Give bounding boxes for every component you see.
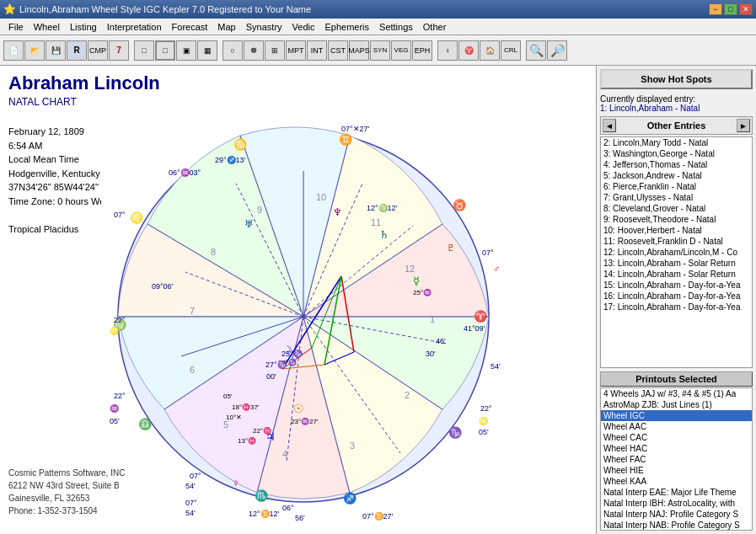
minimize-button[interactable]: −	[709, 3, 722, 15]
entry-item[interactable]: 16: Lincoln,Abraham - Day-for-a-Yea	[601, 291, 752, 302]
svg-text:09°06': 09°06'	[152, 282, 174, 291]
tb-int[interactable]: INT	[307, 40, 327, 61]
window-title: Lincoln,Abraham Wheel Style IGC Kepler 7…	[19, 4, 311, 14]
toolbar: 📄 📂 💾 R CMP 7 □ □ ▣ ▦ ○ ☸ ⊞ MPT INT CST …	[0, 35, 756, 66]
menu-interpretation[interactable]: Interpretation	[102, 20, 167, 34]
tb-planet[interactable]: ♀	[437, 40, 458, 61]
menu-settings[interactable]: Settings	[374, 20, 418, 34]
current-entry-label: Currently displayed entry: 1: Lincoln,Ab…	[600, 94, 753, 113]
tb-house[interactable]: 🏠	[480, 40, 500, 61]
tb-square2[interactable]: □	[155, 40, 175, 61]
svg-text:56': 56'	[295, 514, 305, 521]
menu-wheel[interactable]: Wheel	[29, 20, 65, 34]
tb-square3[interactable]: ▣	[176, 40, 196, 61]
tb-aspect[interactable]: MPT	[286, 40, 306, 61]
tb-zoom-out[interactable]: 🔎	[547, 40, 567, 61]
printouts-list[interactable]: 4 Wheels JAJ w/ #3, #4 & #5 (1) AaAstroM…	[600, 387, 753, 531]
menu-file[interactable]: File	[3, 20, 29, 34]
printout-item[interactable]: Natal Interp NAB: Profile Category S	[601, 520, 752, 531]
chart-wheel: ♈ ♉ ♊ ♋ ♌ ♍ ♎ ♏ ♐ ♑ 12°♍12' 07° 54' 22°	[101, 108, 506, 521]
printout-item[interactable]: Wheel AAC	[601, 421, 752, 432]
tb-square1[interactable]: □	[134, 40, 154, 61]
tb-open[interactable]: 📂	[24, 40, 45, 61]
tb-cast[interactable]: CST	[328, 40, 348, 61]
entry-item[interactable]: 13: Lincoln,Abraham - Solar Return	[601, 258, 752, 269]
svg-text:12°♍12': 12°♍12'	[367, 203, 398, 213]
entry-item[interactable]: 12: Lincoln,Abraham/Lincoln,M - Co	[601, 247, 752, 258]
svg-text:♏: ♏	[255, 489, 269, 503]
tb-eph[interactable]: EPH	[412, 40, 432, 61]
entry-item[interactable]: 7: Grant,Ulysses - Natal	[601, 192, 752, 203]
entries-next-button[interactable]: ►	[737, 119, 750, 132]
entry-item[interactable]: 9: Roosevelt,Theodore - Natal	[601, 214, 752, 225]
entry-item[interactable]: 3: Washington,George - Natal	[601, 148, 752, 159]
other-entries-title: Other Entries	[616, 120, 737, 131]
tb-save[interactable]: 💾	[46, 40, 66, 61]
tb-comp[interactable]: CMP	[88, 40, 108, 61]
menu-forecast[interactable]: Forecast	[167, 20, 213, 34]
entries-list[interactable]: 2: Lincoln,Mary Todd - Natal3: Washingto…	[600, 136, 753, 368]
printout-item[interactable]: Wheel FAC	[601, 454, 752, 465]
entries-prev-button[interactable]: ◄	[603, 119, 616, 132]
tb-circle[interactable]: ○	[223, 40, 243, 61]
printout-item[interactable]: Wheel CAC	[601, 432, 752, 443]
printout-item[interactable]: Wheel IGC	[601, 410, 752, 421]
menu-vedic[interactable]: Vedic	[287, 20, 320, 34]
entry-item[interactable]: 2: Lincoln,Mary Todd - Natal	[601, 137, 752, 148]
menu-synastry[interactable]: Synastry	[241, 20, 287, 34]
tb-maps[interactable]: MAPS	[349, 40, 369, 61]
printout-item[interactable]: Wheel HAC	[601, 443, 752, 454]
close-button[interactable]: ✕	[739, 3, 753, 15]
svg-text:06°: 06°	[282, 504, 294, 512]
show-hotspots-button[interactable]: Show Hot Spots	[600, 69, 753, 89]
printout-item[interactable]: Natal Interp EAE: Major Life Theme	[601, 487, 752, 498]
tb-sign[interactable]: ♈	[458, 40, 479, 61]
tb-7[interactable]: 7	[109, 40, 129, 61]
entry-item[interactable]: 6: Pierce,Franklin - Natal	[601, 181, 752, 192]
svg-text:22°: 22°	[480, 404, 492, 413]
tb-asc[interactable]: CRL	[501, 40, 521, 61]
svg-text:♌: ♌	[110, 326, 120, 336]
entry-item[interactable]: 10: Hoover,Herbert - Natal	[601, 225, 752, 236]
printout-item[interactable]: Wheel KAA	[601, 476, 752, 487]
tb-square4[interactable]: ▦	[197, 40, 217, 61]
svg-text:☿: ☿	[413, 275, 420, 287]
printout-item[interactable]: Natal Interp IBH: AstroLocality, with	[601, 498, 752, 509]
printout-item[interactable]: 4 Wheels JAJ w/ #3, #4 & #5 (1) Aa	[601, 388, 752, 399]
tb-new[interactable]: 📄	[3, 40, 24, 61]
maximize-button[interactable]: □	[724, 3, 737, 15]
svg-text:05': 05'	[223, 392, 233, 400]
entry-item[interactable]: 5: Jackson,Andrew - Natal	[601, 170, 752, 181]
entry-item[interactable]: 14: Lincoln,Abraham - Solar Return	[601, 269, 752, 280]
svg-text:54': 54'	[185, 482, 196, 490]
entry-item[interactable]: 8: Cleveland,Grover - Natal	[601, 203, 752, 214]
printout-item[interactable]: Natal Interp NAJ: Profile Category S	[601, 509, 752, 520]
tb-solar[interactable]: SYN	[370, 40, 390, 61]
entry-item[interactable]: 17: Lincoln,Abraham - Day-for-a-Yea	[601, 302, 752, 312]
tb-star[interactable]: ☸	[244, 40, 264, 61]
svg-text:♌: ♌	[479, 416, 489, 426]
tb-veg[interactable]: VEG	[391, 40, 411, 61]
svg-text:30': 30'	[426, 350, 436, 358]
printout-item[interactable]: Wheel HIE	[601, 465, 752, 476]
svg-text:11: 11	[371, 217, 381, 227]
menu-ephemeris[interactable]: Ephemeris	[319, 20, 374, 34]
menu-other[interactable]: Other	[418, 20, 452, 34]
entry-item[interactable]: 4: Jefferson,Thomas - Natal	[601, 159, 752, 170]
menu-listing[interactable]: Listing	[65, 20, 102, 34]
tb-print[interactable]: R	[67, 40, 87, 61]
entry-item[interactable]: 11: Roosevelt,Franklin D - Natal	[601, 236, 752, 247]
entry-item[interactable]: 15: Lincoln,Abraham - Day-for-a-Yea	[601, 280, 752, 291]
svg-text:07°: 07°	[185, 499, 197, 507]
chart-area: Abraham Lincoln NATAL CHART February 12,…	[0, 66, 596, 534]
menu-map[interactable]: Map	[212, 20, 240, 34]
svg-text:07°✕27': 07°✕27'	[341, 125, 370, 133]
tb-box[interactable]: ⊞	[265, 40, 285, 61]
svg-text:7: 7	[190, 306, 195, 316]
svg-text:♇: ♇	[447, 243, 455, 253]
svg-text:07°: 07°	[114, 211, 126, 219]
svg-text:6: 6	[190, 365, 195, 375]
tb-zoom-in[interactable]: 🔍	[526, 40, 546, 61]
printout-item[interactable]: AstroMap ZJB: Just Lines (1)	[601, 399, 752, 410]
printouts-header: Printouts Selected	[600, 371, 753, 387]
